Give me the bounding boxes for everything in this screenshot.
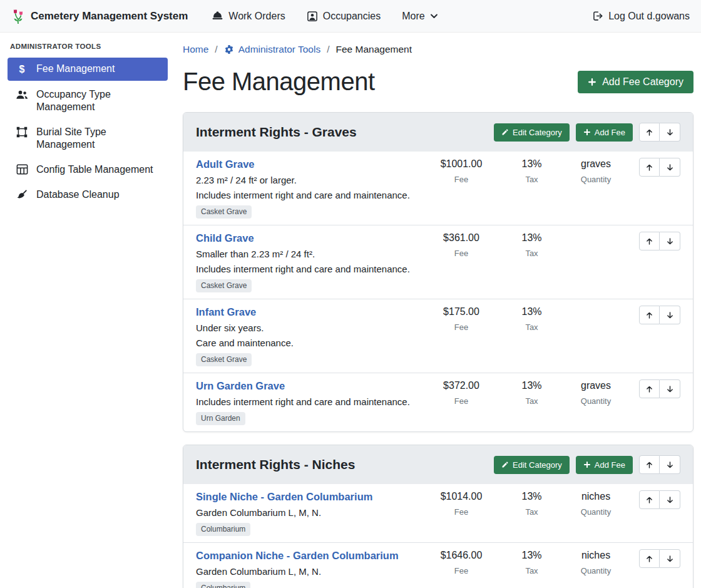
arrow-down-icon [666, 555, 674, 563]
fee-amount-value: $372.00 [421, 379, 502, 391]
move-fee-down-button[interactable] [660, 379, 680, 398]
fee-amount-column: $1646.00 Fee [421, 549, 502, 575]
fee-row: Urn Garden Grave Includes interment righ… [183, 373, 693, 431]
category-actions: Edit Category Add Fee [494, 123, 680, 142]
move-fee-up-button[interactable] [639, 549, 660, 568]
fee-tax-column: 13% Tax [502, 379, 561, 406]
fee-amount-label: Fee [421, 249, 502, 258]
fee-quantity-value [561, 306, 630, 317]
fee-quantity-value [561, 232, 630, 244]
fee-tax-value: 13% [502, 379, 561, 391]
edit-category-button[interactable]: Edit Category [494, 456, 570, 474]
move-fee-down-button[interactable] [660, 158, 680, 177]
fee-descriptions: Smaller than 2.23 m² / 24 ft².Includes i… [196, 249, 413, 274]
breadcrumb-admin-tools-label: Administrator Tools [238, 44, 321, 55]
fee-descriptions: 2.23 m² / 24 ft² or larger.Includes inte… [196, 175, 413, 200]
fee-reorder-controls [639, 306, 680, 324]
nav-more-label: More [402, 11, 424, 22]
tulip-logo-icon [11, 8, 25, 24]
fee-amount-label: Fee [421, 322, 502, 332]
fee-tax-column: 13% Tax [502, 232, 561, 258]
fee-name-link[interactable]: Infant Grave [196, 306, 256, 318]
brand-title: Cemetery Management System [31, 10, 188, 23]
add-fee-label: Add Fee [595, 128, 625, 137]
fee-quantity-column: niches Quantity [561, 549, 630, 575]
sidebar-item-label: Database Cleanup [36, 188, 120, 201]
sidebar-item-burial-site-type-management[interactable]: Burial Site Type Management [8, 121, 168, 156]
fee-quantity-column: niches Quantity [561, 490, 630, 517]
move-fee-up-button[interactable] [639, 158, 660, 177]
fee-description: Includes interment right and care and ma… [196, 396, 413, 407]
breadcrumb-admin-tools-link[interactable]: Administrator Tools [224, 44, 321, 55]
edit-category-label: Edit Category [513, 460, 562, 470]
move-category-up-button[interactable] [639, 455, 660, 474]
move-fee-up-button[interactable] [639, 306, 660, 324]
add-fee-button[interactable]: Add Fee [576, 456, 633, 474]
fee-descriptions: Garden Columbarium L, M, N. [196, 566, 413, 577]
brand-link[interactable]: Cemetery Management System [11, 8, 188, 24]
fee-name-link[interactable]: Child Grave [196, 232, 254, 244]
fee-quantity-value: niches [561, 490, 630, 502]
add-fee-category-button[interactable]: Add Fee Category [578, 71, 693, 93]
move-fee-up-button[interactable] [639, 379, 660, 398]
nav-occupancies[interactable]: Occupancies [307, 11, 381, 22]
category-actions: Edit Category Add Fee [494, 455, 680, 474]
hard-hat-icon [212, 10, 223, 22]
fee-quantity-column [561, 306, 630, 332]
add-fee-button[interactable]: Add Fee [576, 123, 633, 142]
move-category-down-button[interactable] [660, 123, 680, 142]
arrow-up-icon [645, 311, 653, 319]
move-category-down-button[interactable] [660, 455, 680, 474]
fee-quantity-column [561, 232, 630, 258]
fee-type-badge: Urn Garden [196, 412, 245, 425]
sidebar-item-fee-management[interactable]: $ Fee Management [8, 58, 168, 81]
fee-name-link[interactable]: Single Niche - Garden Columbarium [196, 490, 372, 503]
nav-work-orders[interactable]: Work Orders [212, 10, 285, 22]
category-reorder-controls [639, 455, 680, 474]
move-category-up-button[interactable] [639, 123, 660, 142]
fee-name-link[interactable]: Companion Niche - Garden Columbarium [196, 549, 399, 562]
fee-amount-value: $361.00 [421, 232, 502, 244]
fee-category-header: Interment Rights - Graves Edit Category [183, 113, 693, 152]
move-fee-down-button[interactable] [660, 490, 680, 509]
fee-type-badge: Casket Grave [196, 353, 252, 366]
edit-category-label: Edit Category [513, 128, 562, 137]
sidebar-nav: $ Fee Management Occupancy Type Manageme… [8, 58, 168, 206]
sidebar-item-occupancy-type-management[interactable]: Occupancy Type Management [8, 83, 168, 118]
edit-category-button[interactable]: Edit Category [494, 123, 570, 142]
categories-container: Interment Rights - Graves Edit Category [183, 112, 693, 588]
nav-more[interactable]: More [402, 11, 437, 22]
move-fee-down-button[interactable] [660, 549, 680, 568]
fee-row: Infant Grave Under six years.Care and ma… [183, 299, 693, 373]
gear-icon [224, 44, 234, 54]
fee-amount-value: $1014.00 [421, 490, 502, 502]
move-fee-down-button[interactable] [660, 232, 680, 250]
move-fee-up-button[interactable] [639, 232, 660, 250]
sidebar-item-database-cleanup[interactable]: Database Cleanup [8, 183, 168, 206]
fee-quantity-value: graves [561, 158, 630, 170]
fee-amount-value: $1646.00 [421, 549, 502, 561]
fee-amount-column: $361.00 Fee [421, 232, 502, 258]
fee-tax-value: 13% [502, 158, 561, 170]
fee-info: Infant Grave Under six years.Care and ma… [196, 306, 421, 366]
fee-info: Companion Niche - Garden Columbarium Gar… [196, 549, 421, 588]
fee-list: Adult Grave 2.23 m² / 24 ft² or larger.I… [183, 152, 693, 431]
breadcrumb-current: Fee Management [336, 44, 412, 55]
arrow-down-icon [666, 237, 674, 245]
fee-reorder-controls [639, 379, 680, 398]
sidebar-item-label: Config Table Management [36, 163, 153, 176]
sidebar-item-label: Fee Management [36, 63, 115, 75]
fee-amount-column: $1001.00 Fee [421, 158, 502, 184]
sidebar-item-config-table-management[interactable]: Config Table Management [8, 158, 168, 181]
page-layout: ADMINISTRATOR TOOLS $ Fee Management [0, 33, 701, 588]
breadcrumb-home-link[interactable]: Home [183, 44, 208, 55]
fee-reorder-controls [639, 490, 680, 509]
move-fee-up-button[interactable] [639, 490, 660, 509]
fee-name-link[interactable]: Urn Garden Grave [196, 379, 285, 392]
users-icon [15, 89, 29, 100]
fee-category-header: Interment Rights - Niches Edit Category [183, 445, 693, 484]
logout-link[interactable]: Log Out d.gowans [591, 10, 690, 22]
arrow-up-icon [645, 128, 653, 137]
fee-name-link[interactable]: Adult Grave [196, 158, 255, 170]
move-fee-down-button[interactable] [660, 306, 680, 324]
